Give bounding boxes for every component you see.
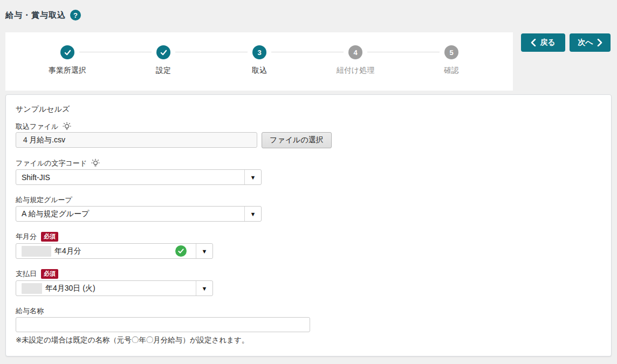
step-circle-current: 3 bbox=[252, 45, 266, 59]
back-button-label: 戻る bbox=[540, 38, 555, 47]
charset-label-row: ファイルの文字コード bbox=[16, 159, 100, 168]
hint-lightbulb-icon[interactable] bbox=[91, 159, 100, 168]
dropdown-caret-icon: ▼ bbox=[196, 281, 212, 296]
step-confirm: 5 確認 bbox=[419, 45, 484, 75]
import-file-label-row: 取込ファイル bbox=[16, 122, 71, 132]
step-circle-upcoming: 5 bbox=[444, 45, 458, 59]
pay-date-label-row: 支払日 必須 bbox=[16, 269, 58, 279]
payroll-group-label: 給与規定グループ bbox=[16, 195, 72, 205]
dropdown-caret-icon: ▼ bbox=[196, 244, 212, 258]
required-badge: 必須 bbox=[41, 269, 58, 279]
payroll-group-label-row: 給与規定グループ bbox=[16, 195, 72, 205]
back-button[interactable]: 戻る bbox=[521, 33, 565, 52]
year-month-value-text: 年4月分 bbox=[54, 246, 81, 256]
step-circle-upcoming: 4 bbox=[348, 45, 362, 59]
dropdown-caret-icon: ▼ bbox=[244, 207, 261, 221]
step-office-select: 1 事業所選択 bbox=[35, 45, 100, 75]
import-form-card: サンプルセルズ 取込ファイル ４月給与.csv ファイルの選択 ファイルの文字コ… bbox=[5, 94, 612, 356]
year-month-label-row: 年月分 必須 bbox=[16, 232, 58, 242]
file-select-button[interactable]: ファイルの選択 bbox=[262, 132, 332, 148]
step-import: 3 取込 bbox=[227, 45, 292, 75]
salary-name-input[interactable] bbox=[16, 317, 310, 332]
step-circle-done: 1 bbox=[60, 45, 74, 59]
step-number: 5 bbox=[449, 49, 453, 57]
step-label: 設定 bbox=[156, 66, 171, 75]
page-header: 給与・賞与取込 ? bbox=[5, 10, 81, 20]
step-number: 4 bbox=[353, 49, 357, 57]
step-label: 紐付け処理 bbox=[337, 66, 374, 75]
success-check-icon bbox=[175, 245, 187, 257]
salary-name-note: ※未設定の場合は既定の名称（元号〇年〇月分給与）が設定されます。 bbox=[16, 335, 249, 345]
step-linking: 4 紐付け処理 bbox=[323, 45, 388, 75]
stepper: 1 事業所選択 2 設定 3 取込 4 紐付け処理 5 確認 bbox=[5, 32, 513, 91]
year-month-select[interactable]: 年4月分 ▼ bbox=[16, 243, 213, 259]
dropdown-caret-icon: ▼ bbox=[244, 170, 261, 184]
import-file-value: ４月給与.csv bbox=[22, 135, 65, 145]
next-button[interactable]: 次へ bbox=[570, 33, 611, 52]
next-button-label: 次へ bbox=[578, 38, 593, 47]
charset-select[interactable]: Shift-JIS ▼ bbox=[16, 169, 262, 185]
payroll-group-select-value: A 給与規定グループ bbox=[16, 209, 244, 219]
salary-name-label-row: 給与名称 bbox=[16, 306, 44, 316]
step-number: 3 bbox=[257, 49, 261, 57]
chevron-right-icon bbox=[597, 39, 602, 46]
step-circle-done: 2 bbox=[156, 45, 170, 59]
pay-date-select-value: 年4月30日 (火) bbox=[16, 283, 196, 294]
chevron-left-icon bbox=[531, 39, 536, 46]
step-settings: 2 設定 bbox=[131, 45, 196, 75]
pay-date-label: 支払日 bbox=[16, 269, 37, 279]
step-label: 取込 bbox=[252, 66, 267, 75]
redacted-year-block bbox=[22, 246, 51, 257]
check-icon bbox=[160, 49, 167, 56]
year-month-label: 年月分 bbox=[16, 232, 37, 242]
payroll-group-select[interactable]: A 給与規定グループ ▼ bbox=[16, 206, 262, 222]
import-file-label: 取込ファイル bbox=[16, 122, 58, 132]
check-icon bbox=[64, 49, 71, 56]
redacted-year-block bbox=[22, 283, 42, 294]
hint-lightbulb-icon[interactable] bbox=[63, 122, 71, 132]
help-icon[interactable]: ? bbox=[70, 10, 81, 20]
salary-name-label: 給与名称 bbox=[16, 306, 44, 316]
step-label: 確認 bbox=[444, 66, 459, 75]
year-month-select-value: 年4月分 bbox=[16, 245, 196, 257]
page-title: 給与・賞与取込 bbox=[5, 10, 66, 20]
company-name: サンプルセルズ bbox=[16, 105, 70, 114]
charset-select-value: Shift-JIS bbox=[16, 173, 244, 182]
import-file-field[interactable]: ４月給与.csv bbox=[16, 132, 257, 148]
step-label: 事業所選択 bbox=[49, 66, 86, 75]
charset-label: ファイルの文字コード bbox=[16, 159, 87, 168]
pay-date-value-text: 年4月30日 (火) bbox=[45, 284, 95, 293]
pay-date-select[interactable]: 年4月30日 (火) ▼ bbox=[16, 280, 213, 296]
required-badge: 必須 bbox=[41, 232, 58, 242]
